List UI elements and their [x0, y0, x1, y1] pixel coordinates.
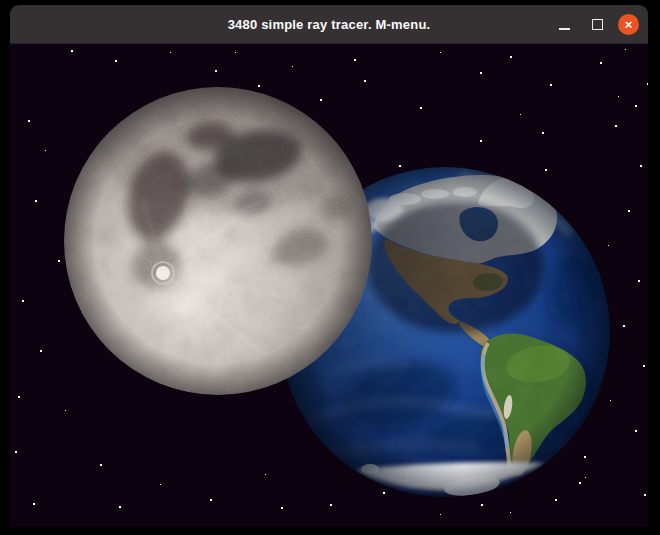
titlebar[interactable]: 3480 simple ray tracer. M-menu. × [10, 5, 648, 44]
window-title: 3480 simple ray tracer. M-menu. [228, 17, 431, 32]
moon-sphere [64, 84, 372, 395]
window-controls: × [552, 5, 639, 43]
app-window: 3480 simple ray tracer. M-menu. × [10, 5, 648, 527]
minimize-button[interactable] [552, 12, 576, 36]
moon-limb-vignette [64, 87, 372, 395]
minimize-icon [559, 28, 570, 30]
raytraced-scene [10, 44, 648, 527]
maximize-icon [592, 19, 603, 30]
render-canvas[interactable] [10, 44, 648, 527]
close-icon: × [625, 17, 633, 30]
close-button[interactable]: × [618, 14, 639, 35]
desktop-background: 3480 simple ray tracer. M-menu. × [0, 0, 660, 535]
maximize-button[interactable] [585, 12, 609, 36]
